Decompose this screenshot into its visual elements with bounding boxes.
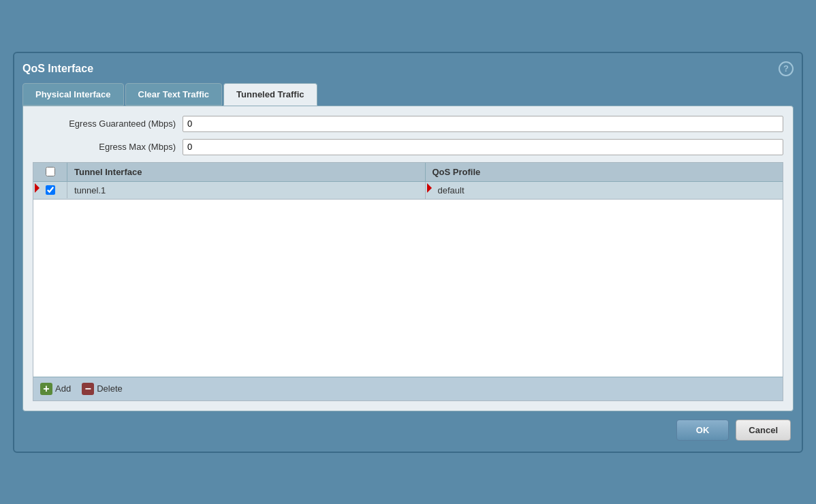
col-tunnel-header: Tunnel Interface	[67, 163, 426, 181]
cancel-button[interactable]: Cancel	[736, 420, 791, 441]
red-triangle-qos	[427, 183, 432, 193]
tab-clear-text-traffic[interactable]: Clear Text Traffic	[125, 83, 223, 106]
add-label: Add	[55, 383, 71, 394]
table-footer: + Add − Delete	[33, 377, 783, 400]
content-area: Egress Guaranteed (Mbps) Egress Max (Mbp…	[22, 106, 794, 411]
tab-bar: Physical Interface Clear Text Traffic Tu…	[22, 83, 794, 106]
tunnel-interface-value: tunnel.1	[74, 185, 106, 195]
delete-button[interactable]: − Delete	[82, 383, 123, 395]
red-triangle-row-checkbox	[35, 183, 40, 193]
tab-tunneled-traffic[interactable]: Tunneled Traffic	[223, 83, 317, 106]
egress-max-label: Egress Max (Mbps)	[33, 142, 183, 152]
egress-max-row: Egress Max (Mbps)	[33, 139, 783, 155]
dialog-footer: OK Cancel	[22, 411, 794, 443]
qos-interface-dialog: QoS Interface ? Physical Interface Clear…	[13, 52, 803, 453]
dialog-title: QoS Interface	[22, 63, 93, 75]
table-empty-area	[33, 200, 783, 377]
table-row: tunnel.1 default	[33, 182, 783, 200]
qos-profile-cell[interactable]: default	[426, 182, 783, 199]
select-all-checkbox[interactable]	[46, 167, 55, 176]
delete-label: Delete	[97, 383, 123, 394]
help-icon[interactable]: ?	[779, 61, 794, 76]
egress-guaranteed-label: Egress Guaranteed (Mbps)	[33, 119, 183, 129]
header-checkbox-cell	[33, 163, 67, 181]
row-checkbox[interactable]	[46, 185, 55, 195]
ok-button[interactable]: OK	[676, 420, 729, 441]
dialog-header: QoS Interface ?	[22, 61, 794, 76]
delete-icon: −	[82, 383, 94, 395]
table-header: Tunnel Interface QoS Profile	[33, 163, 783, 182]
add-icon: +	[40, 383, 52, 395]
egress-max-input[interactable]	[183, 139, 783, 155]
add-button[interactable]: + Add	[40, 383, 71, 395]
col-qos-header: QoS Profile	[426, 163, 783, 181]
row-checkbox-cell	[33, 182, 67, 198]
egress-guaranteed-row: Egress Guaranteed (Mbps)	[33, 116, 783, 132]
tab-physical-interface[interactable]: Physical Interface	[22, 83, 124, 106]
tunnel-table: Tunnel Interface QoS Profile tunnel.1 de…	[33, 162, 783, 401]
tunnel-interface-cell[interactable]: tunnel.1	[67, 182, 426, 199]
qos-profile-value: default	[433, 185, 465, 195]
egress-guaranteed-input[interactable]	[183, 116, 783, 132]
